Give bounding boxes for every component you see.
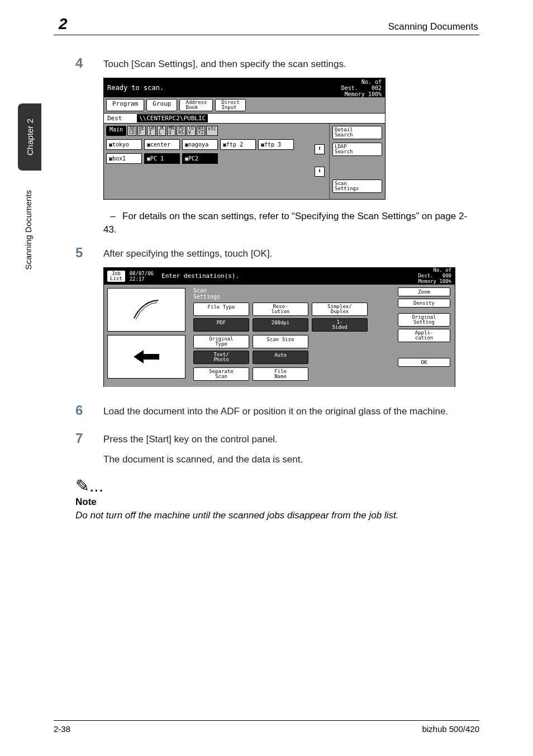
s1-alpha-3[interactable]: JK L [157,126,166,136]
s2-preview-1 [107,288,185,332]
s1-dest-ftp3[interactable]: ▣ftp 3 [258,139,294,150]
s2-preview-2 [107,335,185,379]
s1-tab-address[interactable]: Address Book [179,99,213,111]
s1-destcount-value: 002 [372,85,382,91]
s2-application[interactable]: Appli- cation [398,329,450,342]
step-5: 5 After specifying the settings, touch [… [75,245,478,261]
s1-memory: Memory 100% [345,91,382,97]
s2-filename[interactable]: File Name [253,367,308,381]
s1-alpha-6[interactable]: TU V [187,126,196,136]
s2-auto: Auto [253,351,308,364]
s2-memory: Memory 100% [418,278,451,284]
s1-alpha-5[interactable]: PQ RS [177,126,185,136]
s1-dest-pc2[interactable]: ▣PC2 [182,153,218,164]
step-7-text: Press the [Start] key on the control pan… [103,431,278,446]
side-label-section: Scanning Documents [23,190,33,270]
content-area: 4 Touch [Scan Settings], and then specif… [75,55,478,522]
s2-resolution[interactable]: Reso- lution [253,303,308,316]
s1-dest-center[interactable]: ▣center [144,139,180,150]
side-tab-chapter: Chapter 2 [18,103,41,171]
s2-textphoto: Text/ Photo [193,351,249,364]
s2-scansize[interactable]: Scan Size [253,335,308,348]
s1-alpha-8[interactable]: etc [206,126,217,136]
s1-alpha-4[interactable]: MN O [167,126,176,136]
s2-zoom[interactable]: Zoom [398,287,450,296]
s1-alpha-1[interactable]: DE F [137,126,146,136]
s2-sided: 1- Sided [312,318,368,332]
s2-density[interactable]: Density [398,299,450,308]
s1-alpha-0[interactable]: AB CD [127,126,136,136]
s1-main-btn[interactable]: Main [106,126,126,136]
s2-ok-button[interactable]: OK [398,358,450,367]
s1-ready-label: Ready to scan. [107,84,164,92]
s1-tab-direct[interactable]: Direct Input [215,99,246,111]
s2-simplex[interactable]: Simplex/ Duplex [312,303,368,316]
chapter-number: 2 [59,15,68,33]
step-4-subtext: –For details on the scan settings, refer… [103,210,478,237]
step-6-text: Load the document into the ADF or positi… [103,403,448,418]
s1-dest-tokyo[interactable]: ▣tokyo [106,139,142,150]
step-5-number: 5 [75,245,103,261]
s1-tab-program[interactable]: Program [106,99,144,111]
s2-pdf: PDF [193,318,249,332]
s1-tab-group[interactable]: Group [146,99,177,111]
step-6: 6 Load the document into the ADF or posi… [75,403,478,418]
document-sketch-icon [131,296,161,324]
s2-original-type[interactable]: Original Type [193,335,249,348]
s2-enter-dest: Enter destination(s). [161,272,418,280]
s1-scan-settings[interactable]: Scan Settings [332,179,382,193]
screenshot-1: Ready to scan. No. of Dest. 002 Memory 1… [103,78,386,200]
s1-down-arrow[interactable]: ⬇ [315,167,325,177]
s1-dest-nagoya[interactable]: ▣nagoya [182,139,218,150]
header-title: Scanning Documents [388,21,478,32]
s1-alpha-2[interactable]: GH I [147,126,156,136]
s2-filetype[interactable]: File Type [193,303,249,316]
step-7: 7 Press the [Start] key on the control p… [75,431,478,446]
step-5-text: After specifying the settings, touch [OK… [103,245,272,261]
header-rule [54,35,479,35]
arrow-left-icon [131,348,161,365]
svg-marker-0 [134,350,159,363]
footer: 2-38 bizhub 500/420 [54,720,479,734]
s2-dpi: 200dpi [253,318,308,332]
step-4-number: 4 [75,55,103,71]
s1-up-arrow[interactable]: ⬆ [315,144,325,154]
footer-product: bizhub 500/420 [422,724,479,734]
step-4-text: Touch [Scan Settings], and then specify … [103,55,346,71]
s1-alpha-7[interactable]: WX YZ [197,126,206,136]
step-4: 4 Touch [Scan Settings], and then specif… [75,55,478,71]
s2-separate[interactable]: Separate Scan [193,367,249,381]
step-7-result: The document is scanned, and the data is… [103,451,478,466]
s1-dest-box1[interactable]: ▣box1 [106,153,142,164]
s1-dest-value: \\CENTERPC2\PUBLIC [137,114,208,122]
s2-joblist[interactable]: Job List [107,271,125,282]
note-icon: ✎... [75,476,478,495]
note-text: Do not turn off the machine until the sc… [75,509,478,522]
screenshot-2: Job List 08/07/06 22:17 Enter destinatio… [103,267,455,387]
s1-dest-ftp2[interactable]: ▣ftp 2 [220,139,256,150]
s2-original-setting[interactable]: Original Setting [398,313,450,327]
footer-page-number: 2-38 [54,724,70,734]
s1-dest-label: Dest [107,115,122,122]
s2-settings-label: Scan Settings [193,287,389,300]
step-6-number: 6 [75,403,103,418]
s2-destcount-value: 000 [442,273,451,278]
s1-ldap-search[interactable]: LDAP Search [332,143,382,156]
s1-detail-search[interactable]: Detail Search [332,126,382,139]
s1-dest-pc1[interactable]: ▣PC 1 [144,153,180,164]
s2-datetime: 08/07/06 22:17 [130,271,154,282]
note-heading: Note [75,497,478,508]
step-7-number: 7 [75,431,103,446]
